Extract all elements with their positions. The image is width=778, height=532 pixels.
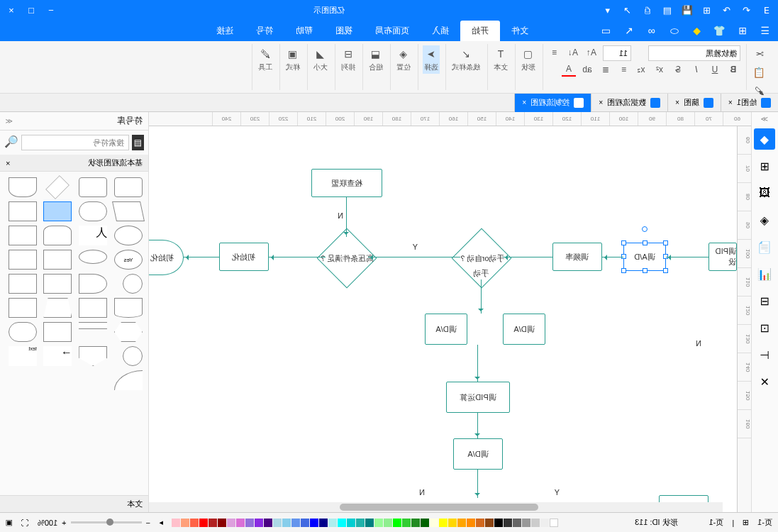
doctab-2[interactable]: 数据流程图× — [591, 94, 667, 112]
tab-symbol[interactable]: 符号 — [245, 21, 284, 41]
shape-item[interactable] — [9, 250, 37, 270]
shape-item[interactable] — [114, 177, 143, 197]
shape-ad-selected[interactable]: 调A/D — [623, 243, 666, 271]
style-button[interactable]: ▣样式 — [284, 45, 301, 74]
shape-item[interactable]: Yes — [114, 250, 143, 270]
hamburger-icon[interactable]: ☰ — [758, 23, 772, 38]
shape-item[interactable] — [44, 298, 72, 318]
shape-item[interactable] — [123, 346, 143, 366]
shape-check[interactable]: 检查联盟 — [311, 169, 382, 197]
folder-icon[interactable]: ▭ — [599, 23, 613, 38]
tab-layout[interactable]: 页面布局 — [364, 21, 421, 41]
shape-item[interactable] — [44, 322, 72, 342]
align2-button[interactable]: ⊟排列 — [340, 45, 357, 74]
shape-item[interactable] — [79, 346, 107, 366]
italic-button[interactable]: I — [689, 62, 704, 77]
table-panel-button[interactable]: ⊟ — [755, 290, 776, 311]
scrollbar-horizontal[interactable] — [149, 502, 723, 512]
cursor-icon[interactable]: ↖ — [622, 23, 636, 38]
doctab-1[interactable]: 脑图× — [667, 94, 721, 112]
collapse-icon[interactable]: ≫ — [762, 115, 769, 123]
shape-item[interactable] — [9, 177, 37, 197]
chart-panel-button[interactable]: 📊 — [755, 263, 776, 284]
redo-icon[interactable]: ↷ — [721, 4, 733, 16]
link-icon[interactable]: ∞ — [645, 23, 659, 38]
shape-item[interactable] — [123, 274, 143, 294]
super-button[interactable]: x² — [652, 62, 667, 77]
print-icon[interactable]: ⎙ — [642, 4, 653, 16]
new-icon[interactable]: ⊞ — [701, 4, 713, 16]
export-icon[interactable]: ↗ — [622, 4, 633, 16]
font-family-input[interactable] — [648, 45, 740, 61]
shape-pidcalc[interactable]: 调PID运算 — [446, 382, 510, 413]
shape-da3[interactable]: 调D/A — [453, 438, 503, 470]
shape-item[interactable] — [79, 250, 107, 264]
save-icon[interactable]: 💾 — [682, 4, 693, 16]
shape-item[interactable] — [79, 322, 107, 329]
library-icon[interactable]: ▤ — [132, 135, 144, 150]
shape-item[interactable] — [9, 201, 37, 221]
strike-button[interactable]: S̶ — [671, 62, 685, 77]
indent-button[interactable]: ≡ — [548, 45, 562, 60]
page-select[interactable]: 页-1 — [757, 517, 772, 528]
doctab-3[interactable]: 控制流程图× — [515, 94, 591, 112]
zoom-in-button[interactable]: + — [62, 519, 66, 527]
close-icon[interactable]: × — [728, 99, 733, 106]
shape-item[interactable] — [79, 274, 107, 294]
shape-item[interactable] — [9, 226, 37, 245]
doctab-0[interactable]: 绘图1× — [721, 94, 778, 112]
tab-view[interactable]: 视图 — [324, 21, 364, 41]
tab-connect[interactable]: 连接 — [205, 21, 245, 41]
sub-button[interactable]: x₂ — [634, 62, 648, 77]
image-panel-button[interactable]: 🖼 — [755, 182, 776, 204]
grid-icon[interactable]: ⊞ — [735, 23, 750, 38]
timeline-panel-button[interactable]: ⊢ — [755, 344, 776, 365]
align-button[interactable]: ≣ — [599, 62, 613, 77]
minimize-icon[interactable]: − — [45, 4, 57, 16]
shape-item[interactable]: 人 — [79, 226, 107, 245]
notes-panel-button[interactable]: 📄 — [755, 236, 776, 257]
copy-button[interactable]: 📋 — [751, 64, 768, 81]
shape-item[interactable]: text — [9, 346, 37, 366]
shapes-panel-button[interactable]: ◆ — [755, 128, 776, 150]
line-button[interactable]: ↙线条样式 — [450, 45, 482, 74]
search-input[interactable] — [21, 135, 129, 150]
size-button[interactable]: ◢大小 — [312, 45, 329, 74]
shape-button[interactable]: ▢形状 — [520, 45, 537, 74]
undo-icon[interactable]: ↶ — [741, 4, 752, 16]
combine-button[interactable]: ⬓组合 — [367, 45, 384, 74]
close-icon[interactable]: × — [599, 99, 603, 106]
shape-pid[interactable]: 调PID设 — [708, 243, 737, 271]
color-palette[interactable] — [172, 519, 558, 527]
fit-button[interactable]: ⛶ — [21, 519, 29, 527]
shape-item[interactable] — [46, 175, 70, 199]
close-icon[interactable]: × — [6, 4, 17, 16]
layer-button[interactable]: ◈位置 — [395, 45, 412, 74]
highlight-button[interactable]: ab — [580, 62, 594, 77]
tshirt-icon[interactable]: 👕 — [713, 23, 727, 38]
search-icon[interactable]: 🔍 — [4, 135, 18, 150]
grid-panel-button[interactable]: ⊞ — [755, 155, 776, 177]
shape-da1[interactable]: 调D/A — [503, 314, 545, 345]
shape-item[interactable] — [9, 274, 37, 294]
shape-item[interactable] — [79, 298, 107, 318]
view-icon[interactable]: ⊞ — [743, 518, 749, 527]
shape-item[interactable] — [44, 226, 72, 245]
shape-item[interactable]: → — [44, 346, 72, 366]
shape-item[interactable] — [112, 201, 145, 221]
tab-file[interactable]: 文件 — [500, 21, 540, 41]
maximize-icon[interactable]: □ — [26, 4, 37, 16]
shape-item[interactable] — [44, 250, 72, 270]
shape-item[interactable] — [44, 274, 72, 294]
close-icon[interactable]: × — [523, 99, 527, 106]
shape-item[interactable] — [114, 298, 143, 318]
shape-item[interactable] — [79, 177, 107, 197]
zoom-slider[interactable] — [71, 521, 142, 523]
tab-insert[interactable]: 插入 — [421, 21, 460, 41]
palette-more-icon[interactable]: ▸ — [159, 518, 163, 527]
shape-init2[interactable]: 初始化 — [219, 243, 269, 271]
shape-da2[interactable]: 调D/A — [425, 314, 467, 345]
saveall-icon[interactable]: ▤ — [662, 4, 673, 16]
close-icon[interactable]: × — [6, 159, 10, 167]
canvas[interactable]: 初始化 初始化 检查联盟 高压条件满足？ 手动or自动？ 调频率 调A/D 调P… — [149, 126, 737, 512]
